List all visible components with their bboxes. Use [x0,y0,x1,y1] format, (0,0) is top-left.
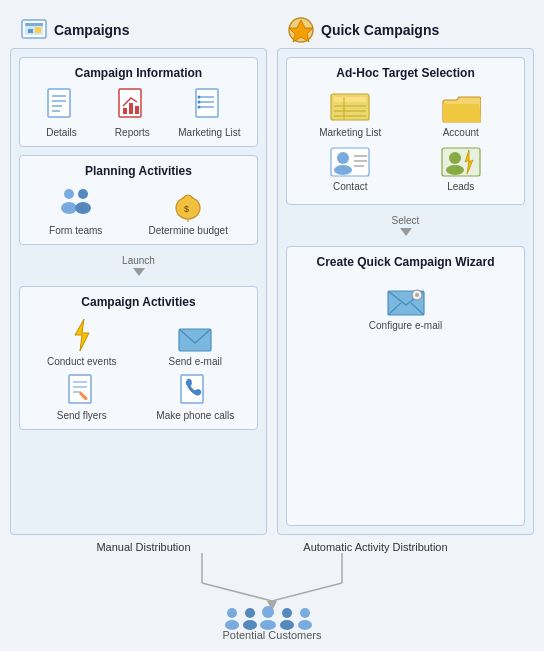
configure-email-label: Configure e-mail [369,320,442,331]
svg-point-71 [282,608,292,618]
adhoc-mktlist-label: Marketing List [319,127,381,138]
configure-email-icon [387,287,425,317]
details-item[interactable]: Details [36,88,86,138]
adhoc-account-item[interactable]: Account [410,92,513,138]
form-teams-item[interactable]: Form teams [49,186,102,236]
svg-point-22 [61,202,77,214]
wizard-box: Create Quick Campaign Wizard [286,246,525,526]
planning-icons: Form teams $ Determine budget [28,186,249,236]
svg-rect-4 [35,27,41,33]
svg-point-46 [337,152,349,164]
adhoc-box: Ad-Hoc Target Selection Market [286,57,525,205]
svg-point-67 [245,608,255,618]
svg-rect-40 [334,97,366,102]
svg-point-47 [334,165,352,175]
adhoc-icons: Marketing List Account [295,88,516,196]
planning-box: Planning Activities Form teams [19,155,258,245]
adhoc-contact-icon [330,146,370,178]
campaigns-header: Campaigns [10,10,267,48]
determine-budget-icon: $ [170,186,206,222]
configure-email-item[interactable]: Configure e-mail [369,287,442,331]
bottom-section: Manual Distribution Automatic Activity D… [10,535,534,641]
campaigns-title: Campaigns [54,22,129,38]
adhoc-account-label: Account [443,127,479,138]
svg-point-73 [300,608,310,618]
campaign-info-box: Campaign Information Details [19,57,258,147]
svg-rect-2 [25,23,43,26]
distribution-labels: Manual Distribution Automatic Activity D… [10,541,534,553]
conduct-events-label: Conduct events [47,356,117,367]
form-teams-label: Form teams [49,225,102,236]
marketing-list-label: Marketing List [178,127,240,138]
conduct-events-icon [67,317,97,353]
make-phone-calls-icon [179,373,211,407]
form-teams-icon [56,186,96,222]
svg-rect-31 [69,375,91,403]
send-email-item[interactable]: Send e-mail [142,325,250,367]
details-icon [46,88,76,124]
send-email-label: Send e-mail [169,356,222,367]
svg-point-59 [415,293,419,297]
reports-icon [117,88,147,124]
main-container: Campaigns Campaign Information [0,0,544,651]
campaign-activities-title: Campaign Activities [28,295,249,309]
manual-distribution-label: Manual Distribution [96,541,190,553]
select-label: Select [286,215,525,236]
svg-point-52 [449,152,461,164]
campaign-activities-icons: Conduct events Send e-mail [28,317,249,421]
determine-budget-label: Determine budget [148,225,228,236]
potential-customers-label: Potential Customers [222,629,321,641]
reports-label: Reports [115,127,150,138]
svg-point-69 [262,606,274,618]
adhoc-contact-item[interactable]: Contact [299,146,402,192]
svg-point-19 [198,101,201,104]
conduct-events-item[interactable]: Conduct events [28,317,136,367]
quick-campaigns-box: Ad-Hoc Target Selection Market [277,48,534,535]
quick-campaigns-column: Quick Campaigns Ad-Hoc Target Selection [277,10,534,535]
send-email-icon [178,325,212,353]
svg-point-23 [78,189,88,199]
svg-marker-29 [75,319,89,351]
adhoc-leads-label: Leads [447,181,474,192]
campaign-info-title: Campaign Information [28,66,249,80]
determine-budget-item[interactable]: $ Determine budget [148,186,228,236]
campaigns-header-icon [20,16,48,44]
svg-rect-12 [129,103,133,114]
top-section: Campaigns Campaign Information [10,10,534,535]
quick-campaigns-header-icon [287,16,315,44]
automatic-distribution-label: Automatic Activity Distribution [303,541,447,553]
quick-campaigns-title: Quick Campaigns [321,22,439,38]
svg-rect-3 [28,29,33,33]
svg-text:$: $ [184,204,189,214]
wizard-title: Create Quick Campaign Wizard [295,255,516,269]
svg-point-20 [198,106,201,109]
marketing-list-icon [194,88,224,124]
svg-point-65 [227,608,237,618]
svg-point-18 [198,96,201,99]
adhoc-leads-icon [441,146,481,178]
campaign-info-icons: Details Reports [28,88,249,138]
make-phone-calls-item[interactable]: Make phone calls [142,373,250,421]
adhoc-account-icon [441,92,481,124]
send-flyers-item[interactable]: Send flyers [28,373,136,421]
quick-campaigns-header: Quick Campaigns [277,10,534,48]
wizard-icons: Configure e-mail [295,277,516,341]
svg-rect-13 [135,106,139,114]
bottom-diagram [122,553,422,633]
adhoc-mktlist-item[interactable]: Marketing List [299,92,402,138]
send-flyers-label: Send flyers [57,410,107,421]
send-flyers-icon [67,373,97,407]
campaigns-box: Campaign Information Details [10,48,267,535]
adhoc-leads-item[interactable]: Leads [410,146,513,192]
svg-point-21 [64,189,74,199]
svg-point-24 [75,202,91,214]
svg-rect-5 [48,89,70,117]
campaign-activities-box: Campaign Activities Conduct events [19,286,258,430]
marketing-list-item[interactable]: Marketing List [178,88,240,138]
adhoc-mktlist-icon [330,92,370,124]
svg-rect-11 [123,108,127,114]
reports-item[interactable]: Reports [107,88,157,138]
campaigns-column: Campaigns Campaign Information [10,10,267,535]
svg-line-63 [272,583,342,601]
details-label: Details [46,127,77,138]
